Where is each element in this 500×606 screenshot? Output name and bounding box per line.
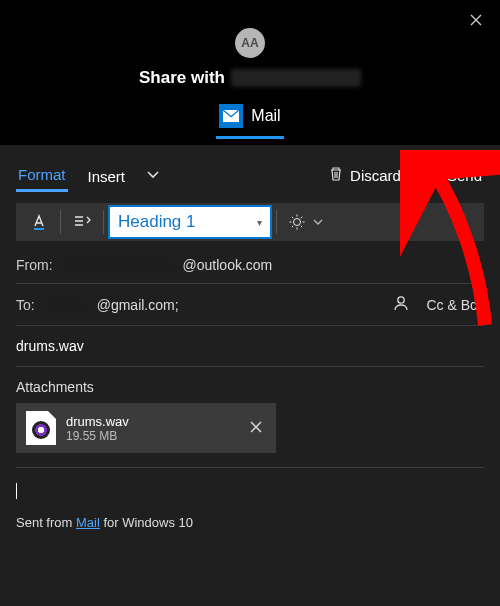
- font-color-button[interactable]: [24, 207, 54, 237]
- text-cursor: [16, 483, 17, 499]
- send-button[interactable]: Send: [421, 163, 484, 188]
- redacted-to: [41, 298, 91, 312]
- contacts-icon[interactable]: [392, 294, 410, 315]
- chevron-down-icon: ▾: [257, 217, 262, 228]
- compose-pane: Format Insert Discard Send Heading: [0, 145, 500, 606]
- mail-icon: [219, 104, 243, 128]
- share-label: Share with: [139, 68, 225, 88]
- svg-line-9: [292, 226, 293, 227]
- attachment-item[interactable]: drums.wav 19.55 MB: [16, 403, 276, 453]
- to-domain: @gmail.com;: [97, 297, 179, 313]
- send-icon: [423, 167, 441, 184]
- app-tab-underline: [216, 136, 284, 139]
- cc-bcc-button[interactable]: Cc & Bcc: [426, 297, 484, 313]
- compose-toolbar: Format Insert Discard Send: [16, 153, 484, 197]
- style-select[interactable]: Heading 1 ▾: [110, 207, 270, 237]
- discard-button[interactable]: Discard: [326, 162, 403, 189]
- style-select-value: Heading 1: [118, 212, 196, 232]
- attachment-size: 19.55 MB: [66, 429, 236, 443]
- format-bar: Heading 1 ▾: [16, 203, 484, 241]
- chevron-down-icon: [313, 219, 323, 226]
- redacted-from: [59, 258, 177, 272]
- svg-line-10: [301, 217, 302, 218]
- share-header: AA Share with Mail: [0, 0, 500, 139]
- tab-insert[interactable]: Insert: [86, 160, 128, 191]
- paragraph-button[interactable]: [67, 207, 97, 237]
- attachment-name: drums.wav: [66, 414, 236, 429]
- svg-point-2: [294, 219, 301, 226]
- from-domain: @outlook.com: [183, 257, 273, 273]
- close-button[interactable]: [466, 10, 486, 30]
- signature-link[interactable]: Mail: [76, 515, 100, 530]
- app-tab-label: Mail: [251, 107, 280, 125]
- send-label: Send: [447, 167, 482, 184]
- svg-line-7: [292, 217, 293, 218]
- signature-prefix: Sent from: [16, 515, 76, 530]
- signature: Sent from Mail for Windows 10: [16, 509, 484, 530]
- attachments-label: Attachments: [16, 367, 484, 403]
- svg-line-8: [301, 226, 302, 227]
- message-body[interactable]: [16, 468, 484, 509]
- app-tab-mail[interactable]: Mail: [0, 98, 500, 136]
- from-label: From:: [16, 257, 53, 273]
- discard-label: Discard: [350, 167, 401, 184]
- svg-point-11: [398, 297, 404, 303]
- to-label: To:: [16, 297, 35, 313]
- tab-format[interactable]: Format: [16, 158, 68, 192]
- share-title: Share with: [0, 68, 500, 88]
- brightness-button[interactable]: [283, 207, 329, 237]
- file-icon: [26, 411, 56, 445]
- trash-icon: [328, 166, 344, 185]
- subject-field[interactable]: drums.wav: [16, 326, 484, 367]
- redacted-recipient: [231, 69, 361, 87]
- remove-attachment-button[interactable]: [246, 416, 266, 440]
- tab-overflow[interactable]: [145, 162, 161, 188]
- svg-rect-1: [34, 228, 44, 230]
- avatar: AA: [235, 28, 265, 58]
- to-field[interactable]: To: @gmail.com; Cc & Bcc: [16, 284, 484, 326]
- subject-value: drums.wav: [16, 338, 84, 354]
- signature-suffix: for Windows 10: [100, 515, 193, 530]
- from-field: From: @outlook.com: [16, 247, 484, 284]
